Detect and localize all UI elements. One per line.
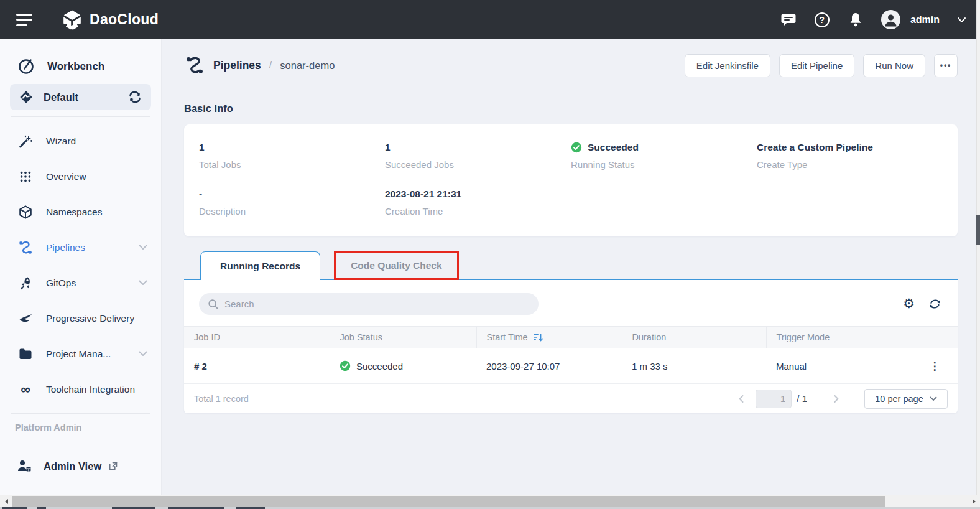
chat-icon[interactable] — [780, 12, 797, 28]
sidebar-item-overview[interactable]: Overview — [0, 159, 161, 194]
col-trigger-mode[interactable]: Trigger Mode — [766, 327, 912, 348]
admin-view-label: Admin View — [44, 460, 101, 472]
run-now-button[interactable]: Run Now — [863, 54, 925, 77]
running-records-panel: ⚙ — [184, 280, 958, 413]
vertical-scrollbar[interactable] — [976, 0, 980, 495]
select-chevron-down-icon — [930, 396, 937, 401]
col-job-id[interactable]: Job ID — [184, 327, 330, 348]
breadcrumb: Pipelines / sonar-demo — [184, 55, 335, 76]
breadcrumb-separator: / — [269, 60, 272, 71]
help-icon[interactable]: ? — [814, 12, 830, 28]
more-actions-button[interactable]: ••• — [934, 54, 958, 77]
breadcrumb-current: sonar-demo — [280, 60, 335, 72]
cell-job-status: Succeeded — [330, 348, 476, 384]
basic-info-card: 1 Total Jobs 1 Succeeded Jobs — [184, 124, 958, 236]
edit-pipeline-button[interactable]: Edit Pipeline — [779, 54, 854, 77]
sidebar-item-admin-view[interactable]: Admin View — [0, 452, 161, 480]
info-total-jobs: 1 Total Jobs — [199, 142, 385, 170]
pagination: / 1 10 per page — [733, 389, 948, 409]
col-start-time[interactable]: Start Time — [476, 327, 622, 348]
table-row[interactable]: # 2 Succeeded — [184, 348, 958, 384]
search-input-wrap[interactable] — [199, 293, 539, 315]
chevron-down-icon — [139, 280, 147, 286]
total-records-text: Total 1 record — [194, 394, 249, 404]
sidebar-divider — [11, 116, 150, 117]
sidebar-item-gitops[interactable]: GitOps — [0, 265, 161, 301]
folder-icon — [17, 347, 34, 361]
col-actions — [912, 327, 958, 348]
chevron-down-icon — [139, 245, 147, 250]
main-content: Pipelines / sonar-demo Edit Jenkinsfile … — [162, 39, 980, 495]
page-size-select[interactable]: 10 per page — [864, 389, 948, 409]
brand[interactable]: DaoCloud — [61, 9, 159, 30]
sidebar-workbench[interactable]: Workbench — [0, 52, 161, 82]
pipelines-icon — [184, 55, 205, 76]
app-window: DaoCloud ? — [0, 0, 980, 509]
previous-page-icon[interactable] — [733, 394, 749, 404]
sidebar-item-progressive-delivery[interactable]: Progressive Delivery — [0, 301, 161, 336]
gitops-rocket-icon — [17, 276, 34, 291]
overview-grid-icon — [17, 170, 34, 184]
success-check-icon — [340, 360, 351, 371]
external-link-icon — [108, 460, 119, 472]
avatar[interactable] — [881, 10, 900, 29]
notification-bell-icon[interactable] — [848, 12, 864, 28]
sidebar-item-namespaces[interactable]: Namespaces — [0, 194, 161, 230]
page-number-input[interactable] — [756, 390, 792, 408]
sidebar-divider — [11, 413, 150, 414]
scroll-right-arrow-icon[interactable] — [968, 495, 980, 507]
info-running-status: Succeeded Running Status — [571, 142, 757, 170]
admin-user-icon — [16, 459, 32, 474]
table-header-row: Job ID Job Status Start Time — [184, 327, 958, 348]
workspace-icon — [19, 90, 34, 105]
switch-workspace-icon[interactable] — [127, 90, 142, 104]
sidebar-item-project-management[interactable]: Project Mana... — [0, 336, 161, 371]
chevron-down-icon — [139, 351, 147, 357]
workbench-icon — [17, 58, 35, 75]
refresh-icon[interactable] — [928, 297, 941, 311]
sidebar-item-wizard[interactable]: Wizard — [0, 123, 161, 159]
scroll-left-arrow-icon[interactable] — [0, 495, 12, 507]
edit-jenkinsfile-button[interactable]: Edit Jenkinsfile — [685, 54, 770, 77]
tab-bar: Running Records Code Quality Check — [184, 251, 958, 280]
search-icon — [208, 299, 219, 310]
user-chevron-down-icon[interactable] — [957, 17, 966, 23]
column-settings-gear-icon[interactable]: ⚙ — [903, 297, 915, 311]
info-create-type: Create a Custom Pipeline Create Type — [757, 142, 943, 170]
col-job-status[interactable]: Job Status — [330, 327, 476, 348]
col-duration[interactable]: Duration — [622, 327, 766, 348]
cell-duration: 1 m 33 s — [622, 348, 766, 384]
breadcrumb-root[interactable]: Pipelines — [213, 59, 261, 72]
row-actions-kebab-icon[interactable]: ⋮ — [922, 361, 948, 371]
tab-code-quality-check[interactable]: Code Quality Check — [334, 251, 458, 280]
infinity-icon: ∞ — [17, 383, 34, 396]
workspace-label: Default — [44, 91, 78, 103]
platform-admin-section-label: Platform Admin — [0, 423, 161, 436]
info-creation-time: 2023-08-21 21:31 Creation Time — [385, 189, 571, 217]
success-check-icon — [571, 142, 582, 153]
vertical-scrollbar-thumb[interactable] — [976, 215, 980, 245]
tab-running-records[interactable]: Running Records — [200, 251, 320, 280]
table-footer: Total 1 record / 1 10 per page — [184, 384, 958, 413]
records-table: Job ID Job Status Start Time — [184, 326, 958, 384]
page-total-text: / 1 — [797, 393, 807, 404]
sidebar-item-toolchain-integration[interactable]: ∞ Toolchain Integration — [0, 371, 161, 407]
horizontal-scrollbar-thumb[interactable] — [12, 496, 885, 507]
basic-info-title: Basic Info — [184, 103, 958, 114]
workspace-selector[interactable]: Default — [10, 84, 151, 110]
cell-trigger-mode: Manual — [766, 348, 912, 384]
menu-icon[interactable] — [16, 14, 32, 26]
horizontal-scrollbar[interactable] — [0, 495, 980, 507]
namespaces-cube-icon — [17, 205, 34, 220]
sort-descending-icon[interactable] — [533, 333, 543, 342]
wizard-wand-icon — [17, 134, 34, 149]
next-page-icon[interactable] — [828, 394, 844, 404]
brand-name: DaoCloud — [90, 11, 159, 28]
workbench-label: Workbench — [47, 60, 104, 73]
pipelines-icon — [17, 240, 34, 256]
cell-job-id[interactable]: # 2 — [184, 348, 330, 384]
sidebar-item-pipelines[interactable]: Pipelines — [0, 230, 161, 265]
daocloud-logo-icon — [61, 9, 83, 30]
info-description: - Description — [199, 189, 385, 217]
search-input[interactable] — [224, 299, 530, 309]
